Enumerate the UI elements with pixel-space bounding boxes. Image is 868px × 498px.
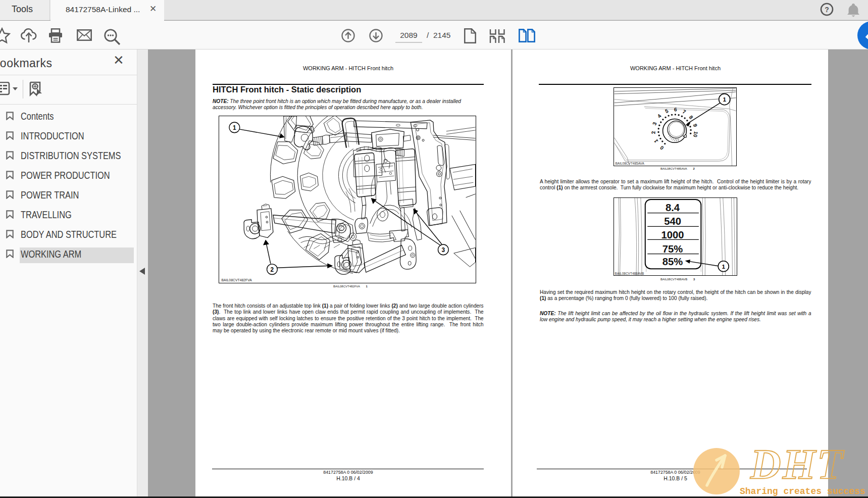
svg-text:10: 10 bbox=[692, 131, 699, 137]
svg-text:3: 3 bbox=[442, 246, 445, 254]
svg-text:3: 3 bbox=[651, 121, 657, 126]
svg-text:0: 0 bbox=[659, 144, 665, 151]
svg-text:1: 1 bbox=[233, 124, 236, 131]
svg-text:9: 9 bbox=[692, 123, 698, 128]
svg-text:2: 2 bbox=[650, 131, 656, 134]
svg-text:8.4: 8.4 bbox=[666, 202, 680, 213]
svg-text:2: 2 bbox=[271, 266, 274, 273]
svg-text:1: 1 bbox=[723, 96, 726, 103]
svg-text:1: 1 bbox=[653, 138, 659, 144]
svg-text:6: 6 bbox=[674, 107, 677, 112]
svg-text:540: 540 bbox=[664, 216, 681, 227]
svg-text:85%: 85% bbox=[662, 256, 683, 267]
svg-text:?: ? bbox=[825, 6, 829, 14]
svg-text:4: 4 bbox=[656, 113, 662, 119]
svg-text:1000: 1000 bbox=[661, 229, 684, 240]
svg-text:75%: 75% bbox=[662, 243, 683, 255]
svg-text:BAIL08CVT488AVB: BAIL08CVT488AVB bbox=[615, 272, 644, 275]
svg-text:BAIL08CVT485AVA: BAIL08CVT485AVA bbox=[616, 162, 645, 165]
svg-text:1: 1 bbox=[722, 263, 725, 270]
svg-text:BAIL08CVT482FVA: BAIL08CVT482FVA bbox=[222, 278, 252, 282]
svg-text:5: 5 bbox=[665, 108, 670, 114]
